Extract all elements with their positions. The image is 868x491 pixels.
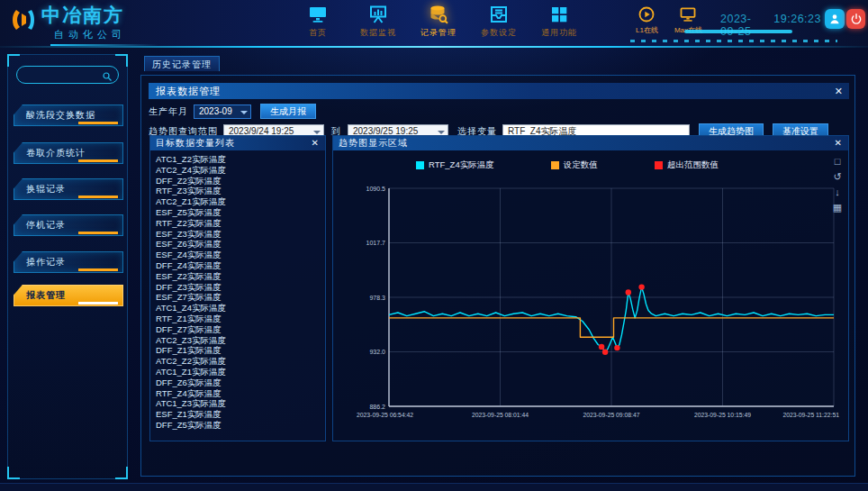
sidebar-item-accent	[78, 268, 118, 271]
tag-list-item[interactable]: ATC1_Z2实际温度	[156, 154, 320, 165]
box-zoom-icon[interactable]: □	[832, 156, 843, 167]
search-input[interactable]	[23, 69, 102, 81]
sidebar-item-accent	[78, 302, 118, 305]
close-icon[interactable]: ✕	[312, 136, 320, 150]
panel-header: 报表数据管理 ✕	[149, 83, 849, 99]
tag-list-item[interactable]: RTF_Z4实际温度	[156, 388, 320, 399]
chart-panel-title: 趋势图显示区域	[339, 138, 408, 148]
tag-list-item[interactable]: ATC2_Z3实际温度	[156, 335, 320, 346]
close-icon[interactable]: ✕	[835, 136, 843, 150]
legend-swatch	[551, 161, 559, 169]
nav-label: 首页	[309, 27, 327, 39]
date-text: 2023-09-25	[720, 13, 768, 38]
tag-list-item[interactable]: DFF_Z6实际温度	[156, 377, 320, 388]
sidebar-search	[16, 66, 119, 84]
nav-item-4[interactable]: 参数设定	[471, 4, 527, 39]
sidebar-item-1[interactable]: 酸洗段交换数据	[14, 105, 123, 126]
power-button[interactable]	[846, 9, 865, 29]
datetime: 2023-09-25 19:26:23	[720, 13, 821, 38]
tab-history-records[interactable]: 历史记录管理	[144, 56, 220, 71]
panel-title: 报表数据管理	[156, 86, 221, 96]
legend-label: RTF_Z4实际温度	[429, 159, 494, 171]
trend-chart[interactable]: 1090.51017.7978.3932.0886.22023-09-25 06…	[355, 181, 841, 435]
search-icon[interactable]	[102, 69, 113, 80]
tag-list-item[interactable]: ESF_Z4实际温度	[156, 250, 320, 260]
generate-month-report-button[interactable]: 生成月报	[260, 104, 316, 119]
home-icon	[306, 4, 330, 25]
time-text: 19:26:23	[773, 13, 821, 38]
report-data-panel: 报表数据管理 ✕ 生产年月 2023-09 生成月报 趋势图查询范围 2023/…	[140, 75, 855, 477]
tag-list-item[interactable]: ESF_Z5实际温度	[156, 207, 320, 218]
logo: 中冶南方 自动化公司	[11, 5, 158, 46]
chart-legend: RTF_Z4实际温度设定数值超出范围数值	[416, 159, 719, 171]
sidebar-item-3[interactable]: 换辊记录	[14, 178, 123, 200]
tag-list-panel: 目标数据变量列表 ✕ ATC1_Z2实际温度ATC2_Z4实际温度DFF_Z2实…	[149, 135, 326, 441]
legend-item[interactable]: RTF_Z4实际温度	[416, 159, 494, 171]
tag-list-item[interactable]: DFF_Z7实际温度	[156, 324, 320, 335]
tag-list-item[interactable]: ATC1_Z4实际温度	[156, 303, 320, 314]
nav-label: 通用功能	[541, 27, 577, 39]
sidebar-item-5[interactable]: 操作记录	[14, 251, 123, 273]
tag-list-item[interactable]: ATC1_Z1实际温度	[156, 367, 320, 377]
header-decor-dash	[684, 30, 792, 33]
legend-swatch	[655, 161, 663, 169]
legend-item[interactable]: 超出范围数值	[655, 159, 719, 171]
tag-list-item[interactable]: RTF_Z3实际温度	[156, 186, 320, 196]
tag-list-item[interactable]: ESF_Z1实际温度	[156, 409, 320, 420]
tag-list-item[interactable]: ATC1_Z3实际温度	[156, 398, 320, 409]
tag-list-item[interactable]: ESF_Z3实际温度	[156, 229, 320, 240]
legend-swatch	[416, 161, 424, 169]
tag-list-item[interactable]: ATC2_Z4实际温度	[156, 165, 320, 176]
sidebar-item-accent	[78, 232, 118, 234]
nav-label: 记录管理	[420, 27, 457, 39]
tag-list-item[interactable]: DFF_Z3实际温度	[156, 282, 320, 293]
sidebar-item-2[interactable]: 卷取介质统计	[14, 142, 123, 164]
month-select[interactable]: 2023-09	[194, 105, 251, 119]
logo-title: 中冶南方	[41, 5, 158, 26]
corner-decor	[115, 54, 128, 67]
tag-list-item[interactable]: ESF_Z6实际温度	[156, 239, 320, 250]
nav-item-5[interactable]: 通用功能	[531, 4, 587, 39]
logo-icon	[11, 6, 38, 33]
month-report-row: 生产年月 2023-09 生成月报	[149, 104, 316, 119]
tag-list-item[interactable]: RTF_Z1实际温度	[156, 314, 320, 324]
nav-label: 参数设定	[481, 27, 517, 39]
tag-list-item[interactable]: ATC2_Z2实际温度	[156, 356, 320, 367]
tag-list-item[interactable]: ESF_Z2实际温度	[156, 271, 320, 282]
chart-panel-header: 趋势图显示区域 ✕	[333, 136, 848, 150]
svg-text:2023-09-25 06:54:42: 2023-09-25 06:54:42	[357, 412, 413, 418]
nav-item-1[interactable]: 首页	[290, 4, 346, 39]
close-icon[interactable]: ✕	[835, 83, 844, 99]
legend-item[interactable]: 设定数值	[551, 159, 598, 171]
user-avatar-button[interactable]	[825, 9, 845, 29]
svg-text:886.2: 886.2	[369, 404, 385, 410]
svg-text:2023-09-25 11:22:51: 2023-09-25 11:22:51	[782, 412, 839, 418]
tag-list-item[interactable]: DFF_Z5实际温度	[156, 420, 320, 431]
app: 中冶南方 自动化公司 首页数据监视记录管理参数设定通用功能 L1在线Max在线 …	[0, 0, 868, 491]
tag-list-item[interactable]: DFF_Z1实际温度	[156, 345, 320, 356]
status-label: L1在线	[636, 25, 658, 35]
tag-list-item[interactable]: ATC2_Z1实际温度	[156, 196, 320, 207]
param-setting-icon	[487, 4, 511, 25]
sidebar-item-6[interactable]: 报表管理	[14, 285, 123, 306]
svg-text:932.0: 932.0	[369, 349, 385, 355]
status-item: L1在线	[636, 5, 658, 35]
nav-item-3[interactable]: 记录管理	[411, 4, 466, 39]
common-function-icon	[547, 4, 571, 25]
svg-text:978.3: 978.3	[369, 295, 385, 301]
nav-item-2[interactable]: 数据监视	[350, 4, 406, 39]
bottom-strip	[0, 483, 868, 491]
month-label: 生产年月	[149, 105, 188, 118]
tag-list-item[interactable]: DFF_Z4实际温度	[156, 260, 320, 271]
svg-text:2023-09-25 10:15:49: 2023-09-25 10:15:49	[694, 412, 751, 418]
sidebar-item-4[interactable]: 停机记录	[14, 214, 123, 236]
chevron-down-icon	[240, 111, 248, 118]
svg-text:2023-09-25 08:01:44: 2023-09-25 08:01:44	[472, 412, 529, 418]
tag-list-item[interactable]: ESF_Z7实际温度	[156, 292, 320, 303]
svg-text:2023-09-25 09:08:47: 2023-09-25 09:08:47	[583, 412, 639, 418]
tag-list-item[interactable]: RTF_Z2实际温度	[156, 218, 320, 229]
tag-list-header: 目标数据变量列表 ✕	[150, 136, 325, 150]
sidebar-item-accent	[78, 122, 118, 124]
tag-list-item[interactable]: DFF_Z2实际温度	[156, 176, 320, 186]
power-icon	[850, 13, 863, 25]
